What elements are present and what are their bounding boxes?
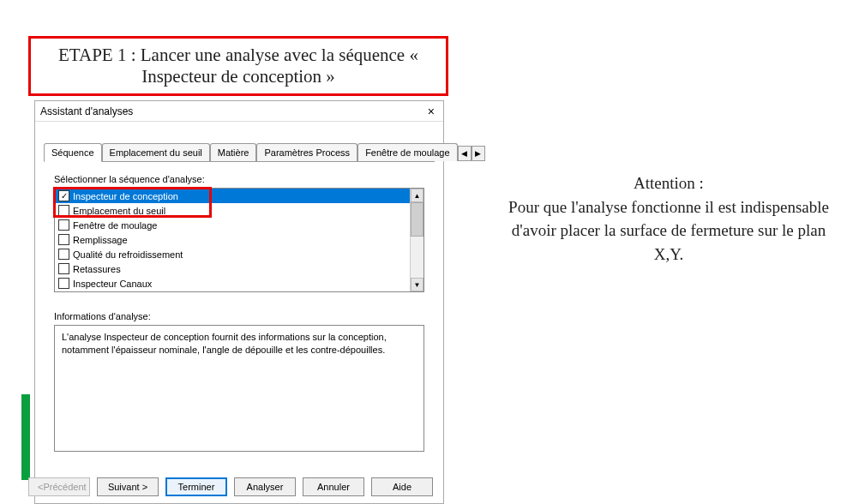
list-item-label: Emplacement du seuil — [73, 206, 165, 216]
checkbox-icon[interactable] — [58, 219, 69, 231]
checkbox-icon[interactable] — [58, 249, 69, 260]
list-item-emplacement-seuil[interactable]: Emplacement du seuil — [55, 203, 410, 218]
tab-sequence[interactable]: Séquence — [44, 143, 102, 162]
next-button[interactable]: Suivant > — [97, 477, 159, 496]
tab-parametres-process[interactable]: Paramètres Process — [256, 143, 357, 161]
tab-emplacement-seuil[interactable]: Emplacement du seuil — [102, 143, 210, 161]
attention-note: Attention :Pour que l'analyse fonctionne… — [497, 171, 840, 266]
checkbox-icon[interactable] — [58, 205, 69, 216]
previous-button: <Précédent — [28, 477, 90, 496]
tab-fenetre-moulage[interactable]: Fenêtre de moulage — [357, 143, 457, 161]
checkbox-icon[interactable] — [58, 278, 69, 289]
decorative-green-bar — [21, 394, 30, 480]
step-title: ETAPE 1 : Lancer une analyse avec la séq… — [28, 36, 448, 96]
list-item-qualite-refroidissement[interactable]: Qualité du refroidissement — [55, 247, 410, 261]
tab-scroll-left-icon[interactable]: ◀ — [458, 146, 472, 161]
list-scrollbar[interactable]: ▲ ▼ — [410, 189, 423, 291]
analysis-wizard-dialog: Assistant d'analyses × Séquence Emplacem… — [34, 100, 444, 504]
info-label: Informations d'analyse: — [54, 311, 424, 321]
help-button[interactable]: Aide — [371, 477, 433, 496]
checkbox-icon[interactable] — [58, 234, 69, 245]
info-textarea: L'analyse Inspecteur de conception fourn… — [54, 325, 424, 452]
tab-scroll-right-icon[interactable]: ▶ — [472, 146, 485, 161]
list-item-label: Qualité du refroidissement — [73, 249, 183, 260]
dialog-title: Assistant d'analyses — [40, 105, 133, 117]
scrollbar-thumb[interactable] — [411, 202, 423, 237]
list-item-inspecteur-conception[interactable]: ✓ Inspecteur de conception — [55, 189, 410, 203]
finish-button[interactable]: Terminer — [165, 477, 227, 496]
sequence-listbox[interactable]: ✓ Inspecteur de conception Emplacement d… — [54, 188, 424, 292]
close-icon[interactable]: × — [424, 105, 438, 118]
list-item-retassures[interactable]: Retassures — [55, 261, 410, 276]
list-item-remplissage[interactable]: Remplissage — [55, 232, 410, 247]
scroll-down-icon[interactable]: ▼ — [411, 278, 423, 291]
list-item-label: Inspecteur de conception — [73, 191, 178, 201]
list-item-label: Remplissage — [73, 235, 128, 245]
select-sequence-label: Sélectionner la séquence d'analyse: — [54, 174, 424, 184]
list-item-label: Inspecteur Canaux — [73, 279, 152, 289]
checkbox-icon[interactable] — [58, 263, 69, 274]
cancel-button[interactable]: Annuler — [303, 477, 364, 496]
button-row: <Précédent Suivant > Terminer Analyser A… — [35, 477, 443, 496]
analyze-button[interactable]: Analyser — [234, 477, 296, 496]
checkbox-checked-icon[interactable]: ✓ — [58, 190, 69, 201]
tab-row: Séquence Emplacement du seuil Matière Pa… — [44, 142, 435, 162]
list-item-inspecteur-canaux[interactable]: Inspecteur Canaux — [55, 276, 410, 291]
scroll-up-icon[interactable]: ▲ — [411, 189, 423, 202]
tab-scroll: ◀ ▶ — [458, 146, 485, 161]
list-item-label: Fenêtre de moulage — [73, 220, 157, 231]
dialog-titlebar: Assistant d'analyses × — [35, 101, 443, 122]
list-items: ✓ Inspecteur de conception Emplacement d… — [55, 189, 410, 291]
list-item-label: Retassures — [73, 264, 121, 274]
tab-matiere[interactable]: Matière — [210, 143, 257, 161]
list-item-fenetre-moulage[interactable]: Fenêtre de moulage — [55, 218, 410, 232]
